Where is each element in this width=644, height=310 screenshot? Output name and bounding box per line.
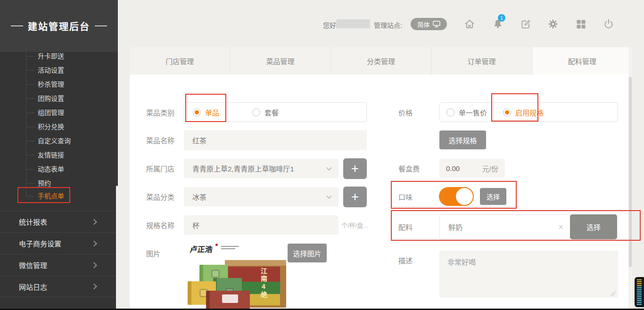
flavor-label: 口味 <box>398 187 413 206</box>
tab-dish-manage[interactable]: 菜品管理 <box>230 47 330 74</box>
sidebar-section-wechat[interactable]: 微信管理 <box>0 254 116 276</box>
resize-handle[interactable] <box>611 291 615 296</box>
chevron-right-icon <box>91 262 97 268</box>
image-label: 图片 <box>146 244 160 262</box>
language-label: 简体 <box>417 20 429 29</box>
chevron-right-icon <box>91 240 97 246</box>
settings-gear-icon[interactable] <box>547 18 559 30</box>
chevron-right-icon <box>91 284 97 290</box>
ingredient-choose-button[interactable]: 选择 <box>570 214 617 239</box>
logo-dash-right <box>95 25 107 26</box>
description-textarea[interactable]: 非常好喝 <box>439 251 618 298</box>
app-logo: 建站管理后台 <box>0 0 118 52</box>
price-radio-group: 单一售价 启用规格 <box>439 102 618 122</box>
edit-icon[interactable] <box>520 18 531 30</box>
spec-name-hint: 个/杯/盘... <box>341 215 368 235</box>
radio-enable-spec[interactable]: 启用规格 <box>503 107 544 117</box>
radio-enable-spec-label: 启用规格 <box>515 107 544 117</box>
dish-classification-label: 菜品分类 <box>146 187 174 206</box>
indicator-bars-yellow <box>637 279 642 287</box>
gift-box-vertical-text: 江南4绝 <box>259 268 268 299</box>
spec-name-label: 规格名称 <box>146 215 174 235</box>
radio-single-price-label: 单一售价 <box>459 107 487 117</box>
sidebar-item-groupbuy[interactable]: 团购设置 <box>38 93 64 104</box>
sidebar-section-statistics[interactable]: 统计报表 <box>0 211 116 232</box>
box-fee-value: 0.00 <box>446 164 460 172</box>
tab-order-manage[interactable]: 订单管理 <box>431 47 532 74</box>
sidebar-section-label: 电子商务设置 <box>19 238 61 248</box>
ingredient-label: 配料 <box>398 214 413 239</box>
dish-classification-select[interactable]: 冰茶 <box>184 187 339 206</box>
gift-box-lid <box>225 260 286 266</box>
brand-logo-text: 卢正浩 <box>189 243 213 254</box>
sidebar-item-mobile-ordering[interactable]: 手机点单 <box>38 191 64 201</box>
radio-single-price[interactable]: 单一售价 <box>446 107 487 117</box>
dish-classification-value: 冰茶 <box>192 192 206 202</box>
sidebar-section-label: 微信管理 <box>19 260 47 270</box>
radio-single-item[interactable]: 单品 <box>193 107 219 117</box>
choose-image-button[interactable]: 选择图片 <box>288 244 327 262</box>
monitor-icon <box>433 21 440 27</box>
toggle-knob <box>455 187 474 206</box>
notification-badge: 1 <box>498 14 505 22</box>
tab-category-manage[interactable]: 分类管理 <box>331 47 431 74</box>
add-classification-button[interactable]: + <box>343 187 367 207</box>
chevron-right-icon <box>91 219 97 225</box>
app-title: 建站管理后台 <box>28 19 90 33</box>
tab-ingredient-manage[interactable]: 配料管理 <box>532 47 632 74</box>
dish-category-radio-group: 单品 套餐 <box>184 102 367 122</box>
price-label: 价格 <box>398 102 413 122</box>
power-logout-icon[interactable] <box>603 18 614 30</box>
sidebar-item-activity-settings[interactable]: 活动设置 <box>38 65 64 75</box>
box-fee-unit: 元/份 <box>482 163 498 173</box>
brand-seal-dot <box>215 244 218 246</box>
flavor-choose-button[interactable]: 选择 <box>480 188 506 205</box>
tea-box-red <box>206 291 250 310</box>
apps-grid-icon[interactable] <box>575 18 586 30</box>
store-select[interactable]: 青青原上草2,青青原上草咖啡厅1 <box>184 159 339 178</box>
content-scrollbar-thumb[interactable] <box>629 77 632 267</box>
sidebar-item-points-exchange[interactable]: 积分兑换 <box>38 122 64 132</box>
sidebar: 建站管理后台 升卡即送 活动设置 秒杀管理 团购设置 组团管理 积分兑换 自定义… <box>0 0 118 310</box>
sidebar-section-ecommerce[interactable]: 电子商务设置 <box>0 232 116 254</box>
sidebar-item-seckill[interactable]: 秒杀管理 <box>38 79 64 90</box>
description-label: 描述 <box>398 253 413 267</box>
store-label: 所属门店 <box>146 159 174 178</box>
dish-name-input[interactable]: 红茶 <box>184 130 367 150</box>
home-icon[interactable] <box>464 18 475 30</box>
logo-dash-left <box>11 25 23 26</box>
tab-store-manage[interactable]: 门店管理 <box>130 47 230 74</box>
radio-unselected-icon <box>252 108 260 116</box>
spec-name-input[interactable]: 杯 <box>184 215 339 235</box>
language-switch-button[interactable]: 简体 <box>411 18 447 30</box>
greeting-text: 您好 <box>323 20 336 30</box>
clear-icon[interactable]: × <box>558 223 563 231</box>
store-select-value: 青青原上草2,青青原上草咖啡厅1 <box>192 163 294 173</box>
radio-combo-label: 套餐 <box>264 107 279 117</box>
sidebar-item-dynamic-form[interactable]: 动态表单 <box>38 164 64 174</box>
sidebar-scrollbar[interactable] <box>116 186 118 310</box>
chevron-down-icon <box>326 165 331 170</box>
sidebar-item-group-manage[interactable]: 组团管理 <box>38 107 64 118</box>
sidebar-section-label: 统计报表 <box>19 217 47 227</box>
ingredient-input[interactable]: 鲜奶 × <box>439 214 570 239</box>
indicator-bars-cyan <box>637 287 642 305</box>
sidebar-section-site-logs[interactable]: 网站日志 <box>0 276 116 297</box>
radio-single-item-label: 单品 <box>205 107 219 117</box>
tab-bar: 门店管理 菜品管理 分类管理 订单管理 配料管理 <box>130 47 632 74</box>
sidebar-item-card-gift[interactable]: 升卡即送 <box>38 51 64 61</box>
sidebar-item-reservation[interactable]: 预约 <box>38 178 51 188</box>
status-indicator-widget <box>635 277 644 307</box>
box-emblem <box>212 270 220 278</box>
flavor-toggle[interactable] <box>439 187 473 206</box>
brand-caption-line <box>221 246 239 247</box>
username-redacted <box>336 19 370 28</box>
radio-combo[interactable]: 套餐 <box>252 107 279 117</box>
choose-spec-button[interactable]: 选择规格 <box>439 131 486 149</box>
add-store-button[interactable]: + <box>343 158 367 179</box>
dish-image-thumbnail: 卢正浩 江南4绝 <box>186 243 288 310</box>
sidebar-item-friend-links[interactable]: 友情链接 <box>38 150 64 160</box>
box-fee-input[interactable]: 0.00 元/份 <box>439 159 505 178</box>
box-fee-label: 餐盒费 <box>398 159 420 178</box>
sidebar-item-custom-query[interactable]: 自定义查询 <box>38 136 71 146</box>
